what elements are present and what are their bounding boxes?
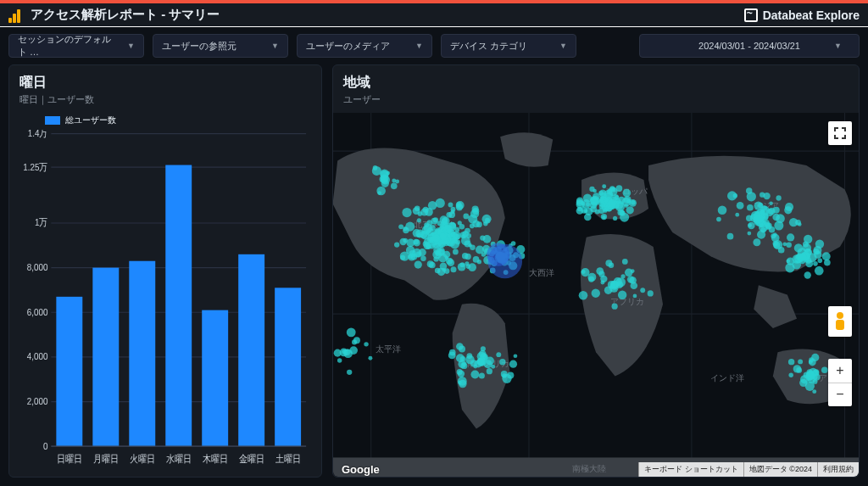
svg-point-619 <box>347 370 352 375</box>
panel-title: 地域 <box>333 74 859 92</box>
svg-text:火曜日: 火曜日 <box>130 453 155 464</box>
date-range-picker[interactable]: 2024/03/01 - 2024/03/21 ▼ <box>639 34 860 58</box>
svg-point-508 <box>785 203 793 211</box>
filter-device-category[interactable]: デバイス カテゴリ ▼ <box>441 34 576 58</box>
filter-user-media[interactable]: ユーザーのメディア ▼ <box>297 34 432 58</box>
svg-point-461 <box>449 349 456 356</box>
map-label-indian: インド洋 <box>710 373 744 383</box>
svg-point-539 <box>760 223 764 227</box>
svg-text:1.4万: 1.4万 <box>28 130 48 138</box>
svg-text:0: 0 <box>43 440 47 451</box>
svg-point-475 <box>787 233 794 241</box>
svg-rect-16 <box>56 297 82 446</box>
svg-point-575 <box>813 249 819 254</box>
world-map[interactable]: 北アメリカ 南アメリカ アフリカ ヨーロッパ アジア オセアニア 南極大陸 大西… <box>333 113 859 477</box>
svg-point-527 <box>727 191 737 200</box>
filter-session-default[interactable]: セッションのデフォルト … ▼ <box>8 34 144 58</box>
svg-point-546 <box>727 233 734 240</box>
svg-point-464 <box>460 362 467 369</box>
pegman-icon <box>835 312 845 331</box>
svg-point-633 <box>347 327 356 337</box>
svg-point-454 <box>456 343 464 350</box>
day-of-week-panel: 曜日 曜日｜ユーザー数 総ユーザー数 02,0004,0006,0008,000… <box>8 64 322 478</box>
svg-point-245 <box>408 254 415 261</box>
svg-point-637 <box>391 183 398 190</box>
svg-point-610 <box>788 373 793 377</box>
svg-point-578 <box>803 241 809 247</box>
svg-point-109 <box>415 260 422 268</box>
svg-text:6,000: 6,000 <box>27 306 48 317</box>
chevron-down-icon: ▼ <box>834 42 842 50</box>
svg-point-618 <box>806 371 815 380</box>
svg-point-331 <box>631 200 635 204</box>
svg-point-240 <box>461 237 470 246</box>
pegman-button[interactable] <box>828 306 852 337</box>
databeat-icon <box>744 8 758 22</box>
zoom-in-button[interactable]: + <box>828 359 852 383</box>
svg-point-187 <box>472 208 479 215</box>
svg-point-223 <box>454 227 459 232</box>
content: 曜日 曜日｜ユーザー数 総ユーザー数 02,0004,0006,0008,000… <box>0 64 868 486</box>
svg-point-414 <box>622 259 628 265</box>
svg-point-446 <box>466 353 472 359</box>
svg-rect-22 <box>165 165 192 447</box>
svg-text:木曜日: 木曜日 <box>203 453 228 464</box>
svg-point-198 <box>450 239 459 249</box>
filter-user-referrer[interactable]: ユーザーの参照元 ▼ <box>153 34 288 58</box>
svg-point-586 <box>794 243 803 252</box>
svg-point-343 <box>593 189 597 193</box>
chevron-down-icon: ▼ <box>559 42 567 50</box>
svg-point-553 <box>778 247 785 254</box>
svg-point-447 <box>458 381 462 385</box>
svg-point-650 <box>487 243 509 266</box>
map-terms[interactable]: 利用規約 <box>817 462 859 477</box>
svg-point-388 <box>608 199 616 208</box>
zoom-out-button[interactable]: − <box>828 383 852 407</box>
svg-rect-26 <box>238 254 264 446</box>
svg-point-444 <box>509 360 517 368</box>
svg-point-157 <box>428 201 437 210</box>
svg-point-583 <box>805 260 813 268</box>
svg-point-481 <box>716 217 721 222</box>
svg-point-224 <box>465 254 470 260</box>
svg-point-246 <box>437 249 445 257</box>
svg-point-395 <box>592 289 600 298</box>
svg-point-264 <box>477 260 481 264</box>
svg-point-548 <box>754 214 764 223</box>
svg-point-543 <box>772 214 780 221</box>
svg-point-616 <box>805 382 815 391</box>
svg-point-452 <box>470 371 479 379</box>
svg-point-626 <box>337 358 342 362</box>
svg-point-585 <box>786 242 792 248</box>
map-footer: Google キーボード ショートカット 地図データ ©2024 利用規約 <box>333 461 859 477</box>
svg-point-358 <box>590 197 599 206</box>
svg-point-406 <box>612 304 618 310</box>
map-keyboard-shortcuts[interactable]: キーボード ショートカット <box>638 462 743 477</box>
svg-point-372 <box>607 189 612 194</box>
svg-point-629 <box>352 339 357 344</box>
fullscreen-button[interactable] <box>828 121 852 145</box>
svg-point-642 <box>392 178 396 182</box>
svg-point-417 <box>581 270 586 274</box>
svg-rect-18 <box>92 268 119 447</box>
svg-point-230 <box>482 215 492 224</box>
svg-point-118 <box>480 235 485 240</box>
svg-point-201 <box>400 255 405 260</box>
svg-point-373 <box>622 189 631 198</box>
svg-point-121 <box>458 263 466 271</box>
svg-point-353 <box>626 199 631 204</box>
svg-point-257 <box>440 232 447 239</box>
svg-point-171 <box>398 224 403 229</box>
chevron-down-icon: ▼ <box>415 42 423 50</box>
svg-point-249 <box>446 258 453 265</box>
svg-rect-24 <box>202 310 228 447</box>
svg-point-510 <box>760 192 765 197</box>
svg-point-420 <box>600 276 607 282</box>
svg-point-387 <box>602 184 606 188</box>
svg-point-391 <box>640 288 645 293</box>
svg-text:土曜日: 土曜日 <box>275 453 301 464</box>
svg-point-453 <box>470 360 477 366</box>
svg-point-471 <box>753 238 760 246</box>
svg-point-647 <box>377 191 381 195</box>
svg-point-545 <box>748 223 752 227</box>
